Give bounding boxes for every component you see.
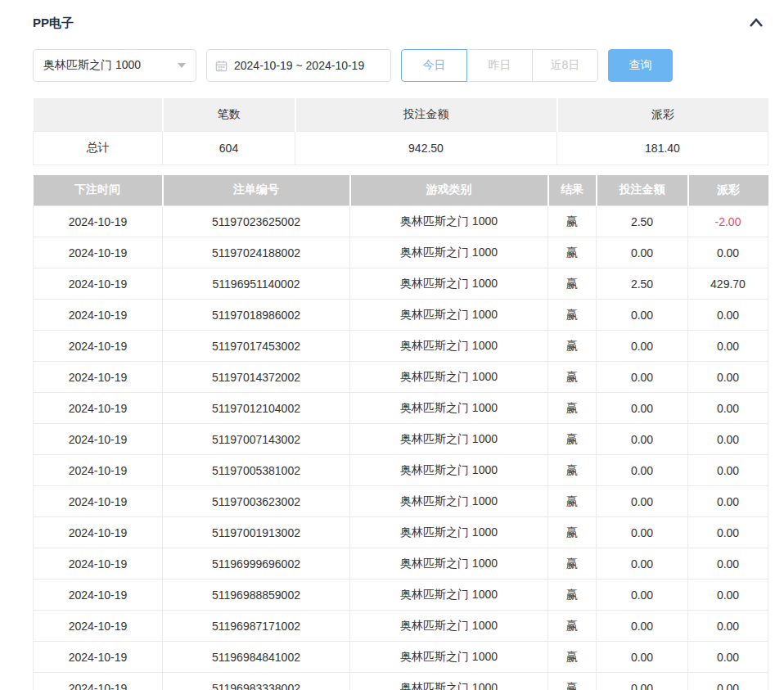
bet-amount-cell: 0.00 [597,237,688,268]
payout-cell: 0.00 [688,424,768,455]
result-cell: 赢 [548,362,597,393]
bet-amount-cell: 0.00 [597,517,688,548]
payout-cell: -2.00 [688,206,768,237]
bet-amount-cell: 0.00 [597,642,688,673]
game-select-value: 奥林匹斯之门 1000 [43,58,171,73]
calendar-icon [215,60,228,72]
col-header-bet-amount: 投注金额 [597,175,688,206]
order-number-cell: 51197023625002 [163,206,350,237]
game-category-cell: 奥林匹斯之门 1000 [350,642,548,673]
date-range-value: 2024-10-19 ~ 2024-10-19 [234,59,364,72]
game-category-cell: 奥林匹斯之门 1000 [350,548,548,580]
game-category-cell: 奥林匹斯之门 1000 [350,237,548,268]
game-category-cell: 奥林匹斯之门 1000 [350,424,548,455]
col-header-game-category: 游戏类别 [350,175,548,206]
yesterday-button[interactable]: 昨日 [466,49,533,82]
bet-time-cell: 2024-10-19 [34,548,163,580]
result-cell: 赢 [548,424,597,455]
panel-title: PP电子 [33,16,74,31]
table-row: 2024-10-19 51197001913002 奥林匹斯之门 1000 赢 … [34,517,768,548]
filter-controls: 奥林匹斯之门 1000 2024-10-19 ~ 2024-10-19 [33,49,768,82]
last-8-days-button[interactable]: 近8日 [532,49,598,82]
bet-time-cell: 2024-10-19 [34,424,163,455]
table-row: 2024-10-19 51196983338002 奥林匹斯之门 1000 赢 … [34,673,768,690]
bet-amount-cell: 0.00 [597,580,688,611]
query-button[interactable]: 查询 [608,49,673,82]
game-category-cell: 奥林匹斯之门 1000 [350,486,548,517]
bet-amount-cell: 2.50 [597,206,688,237]
bet-time-cell: 2024-10-19 [34,300,163,331]
bet-amount-cell: 0.00 [597,331,688,362]
order-number-cell: 51197017453002 [163,331,350,362]
summary-total-row: 总计 604 942.50 181.40 [34,131,768,165]
game-category-cell: 奥林匹斯之门 1000 [350,362,548,393]
order-number-cell: 51196988859002 [163,580,350,611]
payout-cell: 0.00 [688,642,768,673]
table-row: 2024-10-19 51197003623002 奥林匹斯之门 1000 赢 … [34,486,768,517]
payout-cell: 429.70 [688,268,768,300]
payout-cell: 0.00 [688,486,768,517]
game-category-cell: 奥林匹斯之门 1000 [350,580,548,611]
bet-records-table: 下注时间 注单编号 游戏类别 结果 投注金额 派彩 2024-10-19 511… [33,175,768,690]
game-select[interactable]: 奥林匹斯之门 1000 [33,49,196,82]
order-number-cell: 51197001913002 [163,517,350,548]
payout-cell: 0.00 [688,673,768,690]
pp-electronic-panel: PP电子 奥林匹斯之门 1000 [0,0,784,690]
table-row: 2024-10-19 51196987171002 奥林匹斯之门 1000 赢 … [34,611,768,642]
order-number-cell: 51197018986002 [163,300,350,331]
col-header-bet-time: 下注时间 [34,175,163,206]
date-range-input[interactable]: 2024-10-19 ~ 2024-10-19 [206,49,391,82]
bet-time-cell: 2024-10-19 [34,268,163,300]
table-row: 2024-10-19 51196999696002 奥林匹斯之门 1000 赢 … [34,548,768,580]
game-category-cell: 奥林匹斯之门 1000 [350,517,548,548]
bet-amount-cell: 2.50 [597,268,688,300]
bet-time-cell: 2024-10-19 [34,362,163,393]
col-header-order-number: 注单编号 [163,175,350,206]
order-number-cell: 51196984841002 [163,642,350,673]
order-number-cell: 51197003623002 [163,486,350,517]
bet-table-header-row: 下注时间 注单编号 游戏类别 结果 投注金额 派彩 [34,175,768,206]
today-button[interactable]: 今日 [401,49,467,82]
order-number-cell: 51197012104002 [163,393,350,424]
bet-amount-cell: 0.00 [597,300,688,331]
game-category-cell: 奥林匹斯之门 1000 [350,331,548,362]
bet-amount-cell: 0.00 [597,611,688,642]
bet-amount-cell: 0.00 [597,673,688,690]
bet-amount-cell: 0.00 [597,424,688,455]
bet-amount-cell: 0.00 [597,455,688,486]
bet-time-cell: 2024-10-19 [34,580,163,611]
summary-header-bet-amount: 投注金额 [295,98,557,131]
bet-amount-cell: 0.00 [597,486,688,517]
table-row: 2024-10-19 51197023625002 奥林匹斯之门 1000 赢 … [34,206,768,237]
bet-time-cell: 2024-10-19 [34,393,163,424]
col-header-payout: 派彩 [688,175,768,206]
result-cell: 赢 [548,611,597,642]
table-row: 2024-10-19 51197007143002 奥林匹斯之门 1000 赢 … [34,424,768,455]
bet-table-body: 2024-10-19 51197023625002 奥林匹斯之门 1000 赢 … [34,206,768,690]
result-cell: 赢 [548,237,597,268]
bet-time-cell: 2024-10-19 [34,237,163,268]
bet-time-cell: 2024-10-19 [34,673,163,690]
summary-total-count: 604 [163,131,295,165]
order-number-cell: 51197007143002 [163,424,350,455]
payout-cell: 0.00 [688,611,768,642]
bet-amount-cell: 0.00 [597,362,688,393]
bet-amount-cell: 0.00 [597,548,688,580]
table-row: 2024-10-19 51197014372002 奥林匹斯之门 1000 赢 … [34,362,768,393]
payout-cell: 0.00 [688,237,768,268]
order-number-cell: 51197005381002 [163,455,350,486]
order-number-cell: 51197024188002 [163,237,350,268]
summary-total-bet-amount: 942.50 [295,131,557,165]
result-cell: 赢 [548,673,597,690]
bet-time-cell: 2024-10-19 [34,206,163,237]
bet-time-cell: 2024-10-19 [34,331,163,362]
game-category-cell: 奥林匹斯之门 1000 [350,673,548,690]
table-row: 2024-10-19 51196988859002 奥林匹斯之门 1000 赢 … [34,580,768,611]
result-cell: 赢 [548,517,597,548]
payout-cell: 0.00 [688,362,768,393]
collapse-panel-button[interactable] [745,13,768,33]
summary-header-empty [34,98,163,131]
payout-cell: 0.00 [688,331,768,362]
order-number-cell: 51196951140002 [163,268,350,300]
bet-time-cell: 2024-10-19 [34,486,163,517]
